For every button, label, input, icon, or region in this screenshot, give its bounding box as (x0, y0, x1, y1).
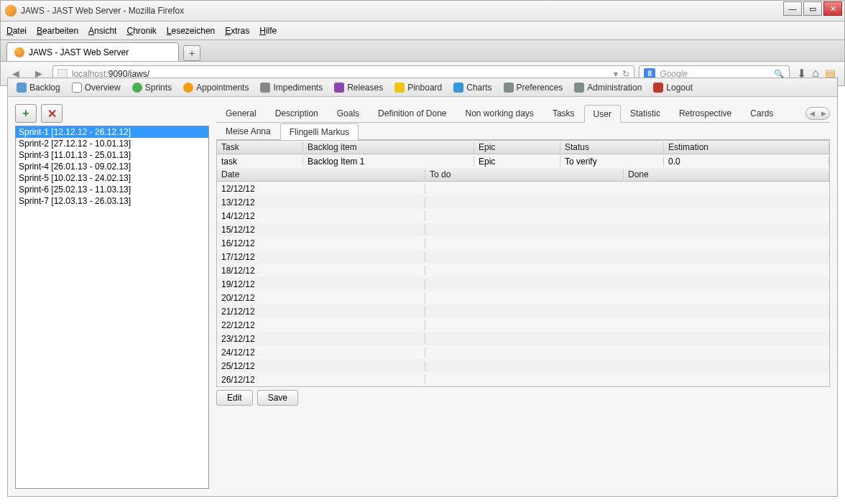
date-header-row: Date To do Done (217, 168, 829, 182)
sprint-item[interactable]: Sprint-1 [12.12.12 - 26.12.12] (16, 126, 208, 138)
cell-date: 20/12/12 (217, 293, 425, 303)
date-row[interactable]: 26/12/12 (217, 373, 829, 386)
menu-hilfe[interactable]: Hilfe (259, 26, 277, 36)
toolbar-appointments[interactable]: Appointments (177, 78, 254, 96)
date-row[interactable]: 22/12/12 (217, 318, 829, 332)
tab-retrospective[interactable]: Retrospective (670, 104, 741, 122)
main-panel: GeneralDescriptionGoalsDefinition of Don… (216, 104, 830, 489)
save-button[interactable]: Save (257, 390, 298, 406)
date-row[interactable]: 19/12/12 (217, 277, 829, 291)
releases-icon (334, 83, 344, 93)
cell-date: 12/12/12 (217, 184, 425, 194)
date-row[interactable]: 18/12/12 (217, 263, 829, 277)
cell-date: 25/12/12 (217, 361, 425, 371)
sprint-item[interactable]: Sprint-7 [12.03.13 - 26.03.13] (16, 195, 208, 207)
toolbar-impediments[interactable]: Impediments (254, 78, 328, 96)
sprint-item[interactable]: Sprint-3 [11.01.13 - 25.01.13] (16, 149, 208, 161)
date-row[interactable]: 25/12/12 (217, 359, 829, 373)
browser-tab-title: JAWS - JAST Web Server (29, 47, 129, 57)
tab-goals[interactable]: Goals (328, 104, 369, 122)
cell-status: To verify (560, 157, 664, 167)
task-table: Task Backlog item Epic Status Estimation… (216, 140, 830, 387)
task-row[interactable]: task Backlog Item 1 Epic To verify 0.0 (217, 154, 829, 168)
toolbar-sprints[interactable]: Sprints (126, 78, 177, 96)
maximize-button[interactable]: ▭ (803, 1, 822, 16)
cell-date: 13/12/12 (217, 197, 425, 207)
overview-icon (72, 83, 82, 93)
minimize-button[interactable]: — (783, 1, 802, 16)
edit-button[interactable]: Edit (216, 390, 253, 406)
col-done: Done (624, 169, 829, 179)
user-tabs: Meise AnnaFlingelli Markus (216, 123, 830, 140)
appointments-icon (183, 83, 193, 93)
menu-chronik[interactable]: Chronik (126, 26, 156, 36)
menubar: DateiBearbeitenAnsichtChronikLesezeichen… (0, 22, 845, 40)
tab-tasks[interactable]: Tasks (543, 104, 584, 122)
cell-date: 19/12/12 (217, 279, 425, 289)
toolbar-releases[interactable]: Releases (328, 78, 389, 96)
firefox-icon (5, 5, 17, 17)
tab-user[interactable]: User (584, 105, 621, 123)
sprint-item[interactable]: Sprint-4 [26.01.13 - 09.02.13] (16, 161, 208, 172)
toolbar-overview[interactable]: Overview (66, 78, 126, 96)
add-sprint-button[interactable]: + (15, 104, 37, 123)
toolbar-pinboard[interactable]: Pinboard (389, 78, 448, 96)
tab-definition-of-done[interactable]: Definition of Done (369, 104, 456, 122)
tab-statistic[interactable]: Statistic (621, 104, 670, 122)
cell-date: 22/12/12 (217, 320, 425, 330)
window-title: JAWS - JAST Web Server - Mozilla Firefox (21, 6, 184, 16)
date-row[interactable]: 14/12/12 (217, 209, 829, 223)
date-row[interactable]: 16/12/12 (217, 236, 829, 250)
date-row[interactable]: 17/12/12 (217, 250, 829, 263)
cell-date: 26/12/12 (217, 375, 425, 385)
cell-estimation: 0.0 (664, 157, 829, 167)
col-epic: Epic (474, 142, 560, 152)
toolbar-preferences[interactable]: Preferences (498, 78, 569, 96)
cell-date: 24/12/12 (217, 347, 425, 358)
date-row[interactable]: 15/12/12 (217, 223, 829, 236)
toolbar-charts[interactable]: Charts (448, 78, 497, 96)
menu-bearbeiten[interactable]: Bearbeiten (37, 26, 78, 36)
user-tab[interactable]: Flingelli Markus (280, 123, 359, 140)
browser-tab[interactable]: JAWS - JAST Web Server (6, 42, 179, 61)
administration-icon (574, 83, 584, 93)
tab-non-working-days[interactable]: Non working days (456, 104, 542, 122)
sprint-item[interactable]: Sprint-5 [10.02.13 - 24.02.13] (16, 172, 208, 184)
app-content: BacklogOverviewSprintsAppointmentsImpedi… (7, 78, 838, 497)
col-estimation: Estimation (664, 142, 829, 152)
cell-date: 15/12/12 (217, 225, 425, 235)
new-tab-button[interactable]: + (183, 45, 200, 61)
menu-lesezeichen[interactable]: Lesezeichen (167, 26, 215, 36)
toolbar-backlog[interactable]: Backlog (11, 78, 66, 96)
tab-pager[interactable]: ◀▶ (805, 107, 830, 120)
date-row[interactable]: 24/12/12 (217, 345, 829, 359)
date-row[interactable]: 12/12/12 (217, 182, 829, 195)
browser-tabbar: JAWS - JAST Web Server + (0, 40, 845, 62)
cell-date: 21/12/12 (217, 307, 425, 317)
menu-ansicht[interactable]: Ansicht (88, 26, 116, 36)
date-row[interactable]: 13/12/12 (217, 195, 829, 209)
date-row[interactable]: 20/12/12 (217, 291, 829, 304)
col-todo: To do (425, 169, 624, 179)
toolbar-logout[interactable]: Logout (647, 78, 698, 96)
sprint-list[interactable]: Sprint-1 [12.12.12 - 26.12.12]Sprint-2 [… (15, 126, 209, 489)
cell-date: 14/12/12 (217, 211, 425, 221)
tab-description[interactable]: Description (266, 104, 328, 122)
window-titlebar: JAWS - JAST Web Server - Mozilla Firefox… (0, 0, 845, 22)
date-row[interactable]: 23/12/12 (217, 332, 829, 345)
delete-sprint-button[interactable]: ✕ (41, 104, 63, 123)
tab-general[interactable]: General (216, 104, 266, 122)
user-tab[interactable]: Meise Anna (216, 123, 280, 139)
toolbar-administration[interactable]: Administration (568, 78, 647, 96)
cell-date: 18/12/12 (217, 266, 425, 276)
col-date: Date (217, 169, 425, 179)
menu-datei[interactable]: Datei (6, 26, 27, 36)
close-button[interactable]: ✕ (823, 1, 842, 16)
date-row[interactable]: 21/12/12 (217, 304, 829, 318)
sprint-item[interactable]: Sprint-6 [25.02.13 - 11.03.13] (16, 184, 208, 195)
menu-extras[interactable]: Extras (225, 26, 249, 36)
sprint-item[interactable]: Sprint-2 [27.12.12 - 10.01.13] (16, 138, 208, 149)
tab-cards[interactable]: Cards (741, 104, 782, 122)
charts-icon (453, 83, 463, 93)
sprints-icon (132, 83, 142, 93)
